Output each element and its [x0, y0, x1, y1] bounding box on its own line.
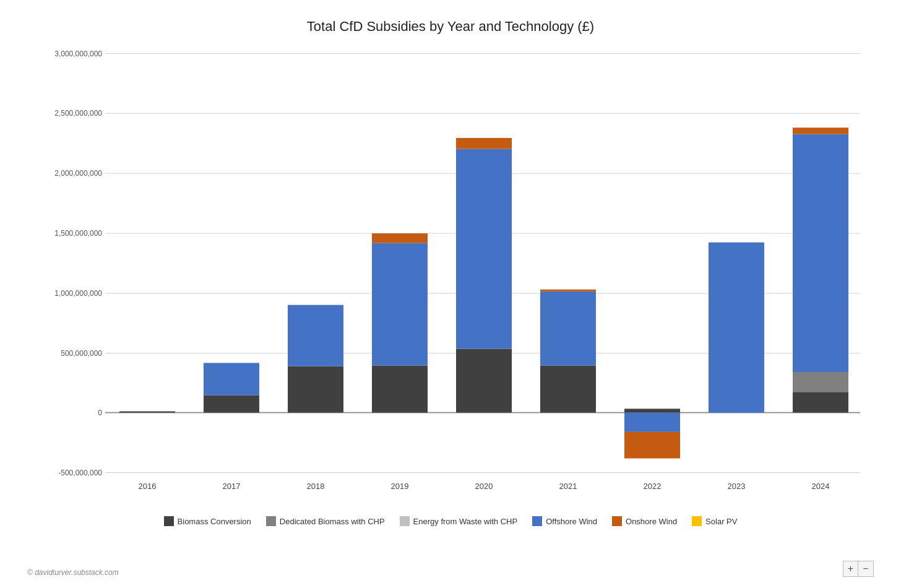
svg-text:2024: 2024	[812, 481, 830, 490]
bar-2020-offshore	[456, 149, 512, 349]
svg-text:3,000,000,000: 3,000,000,000	[54, 49, 102, 58]
legend: Biomass Conversion Dedicated Biomass wit…	[25, 516, 876, 526]
legend-swatch-energy-from-waste-chp	[400, 516, 410, 526]
svg-text:2017: 2017	[223, 481, 241, 490]
svg-text:2016: 2016	[139, 481, 157, 490]
zoom-controls: + −	[843, 561, 874, 577]
legend-item-energy-from-waste-chp: Energy from Waste with CHP	[400, 516, 518, 526]
legend-swatch-dedicated-biomass-chp	[266, 516, 276, 526]
svg-text:1,500,000,000: 1,500,000,000	[54, 229, 102, 238]
bar-2021-onshore	[540, 290, 596, 292]
bar-2024-onshore	[793, 128, 848, 134]
bar-2019-biomass	[372, 366, 428, 413]
svg-text:2019: 2019	[391, 481, 409, 490]
svg-text:2021: 2021	[559, 481, 577, 490]
bar-2022-onshore	[624, 432, 680, 459]
svg-text:2022: 2022	[644, 481, 662, 490]
bar-2018-offshore	[288, 305, 343, 366]
legend-item-onshore-wind: Onshore Wind	[612, 516, 677, 526]
bar-2022-offshore	[624, 413, 680, 432]
bar-2019-offshore	[372, 243, 428, 366]
bar-2023-offshore	[709, 243, 764, 413]
legend-item-dedicated-biomass-chp: Dedicated Biomass with CHP	[266, 516, 385, 526]
legend-label-energy-from-waste-chp: Energy from Waste with CHP	[413, 517, 518, 526]
svg-text:2018: 2018	[307, 481, 325, 490]
svg-text:2,500,000,000: 2,500,000,000	[54, 109, 102, 118]
legend-label-solar-pv: Solar PV	[705, 517, 737, 526]
watermark: © davidturver.substack.com	[27, 568, 119, 577]
zoom-in-button[interactable]: +	[843, 561, 858, 576]
bar-2020-biomass	[456, 349, 512, 413]
legend-swatch-onshore-wind	[612, 516, 622, 526]
main-chart-svg: 3,000,000,000 2,500,000,000 2,000,000,00…	[25, 47, 876, 511]
bar-2021-biomass	[540, 366, 596, 413]
legend-swatch-offshore-wind	[532, 516, 542, 526]
bar-2024-dedicated-biomass	[793, 372, 848, 392]
legend-label-dedicated-biomass-chp: Dedicated Biomass with CHP	[280, 517, 385, 526]
bar-2024-offshore	[793, 134, 848, 372]
chart-area: 3,000,000,000 2,500,000,000 2,000,000,00…	[25, 47, 876, 511]
bar-2020-onshore	[456, 138, 512, 149]
bar-2017-offshore	[204, 363, 259, 395]
zoom-out-button[interactable]: −	[858, 561, 873, 576]
svg-text:-500,000,000: -500,000,000	[58, 468, 102, 477]
legend-item-offshore-wind: Offshore Wind	[532, 516, 597, 526]
bar-2021-offshore	[540, 292, 596, 366]
svg-text:2020: 2020	[475, 481, 493, 490]
bar-2017-biomass	[204, 396, 259, 413]
bar-2024-biomass	[793, 392, 848, 412]
svg-text:2,000,000,000: 2,000,000,000	[54, 169, 102, 178]
svg-text:2023: 2023	[728, 481, 746, 490]
svg-text:1,000,000,000: 1,000,000,000	[54, 289, 102, 298]
legend-label-offshore-wind: Offshore Wind	[546, 517, 597, 526]
legend-swatch-solar-pv	[692, 516, 702, 526]
svg-text:500,000,000: 500,000,000	[61, 349, 102, 358]
chart-container: Total CfD Subsidies by Year and Technolo…	[0, 0, 901, 588]
bar-2016-biomass	[119, 412, 175, 413]
bar-2022-biomass	[624, 409, 680, 412]
legend-label-onshore-wind: Onshore Wind	[626, 517, 677, 526]
bar-2018-biomass	[288, 366, 343, 413]
legend-label-biomass-conversion: Biomass Conversion	[178, 517, 251, 526]
chart-title: Total CfD Subsidies by Year and Technolo…	[25, 19, 876, 35]
bar-2019-onshore	[372, 233, 428, 243]
legend-swatch-biomass-conversion	[164, 516, 174, 526]
svg-text:0: 0	[98, 409, 102, 417]
legend-item-solar-pv: Solar PV	[692, 516, 737, 526]
legend-item-biomass-conversion: Biomass Conversion	[164, 516, 251, 526]
